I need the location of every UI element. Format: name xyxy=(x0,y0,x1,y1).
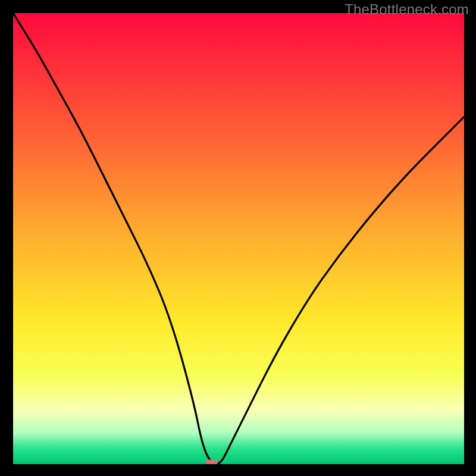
bottleneck-chart xyxy=(13,13,464,464)
chart-frame: TheBottleneck.com xyxy=(0,0,476,476)
watermark-text: TheBottleneck.com xyxy=(345,1,469,18)
gradient-background xyxy=(13,13,464,464)
plot-area xyxy=(13,13,464,464)
minimum-marker xyxy=(206,460,218,465)
